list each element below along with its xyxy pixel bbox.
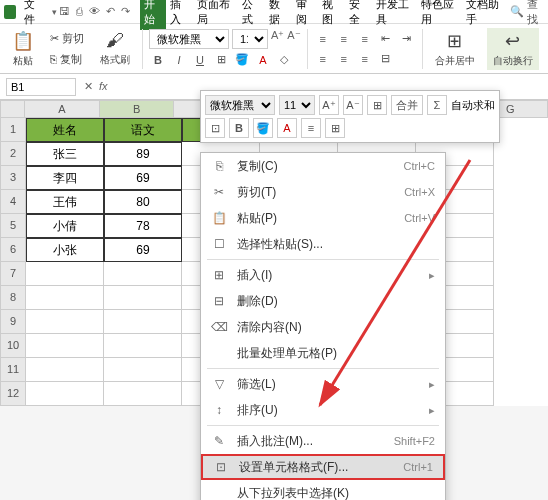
cell[interactable] (26, 310, 104, 334)
row-header[interactable]: 6 (0, 238, 26, 262)
file-menu[interactable]: 文件 (18, 0, 49, 29)
context-menu-item[interactable]: 从下拉列表中选择(K) (201, 480, 445, 500)
tab-view[interactable]: 视图 (318, 0, 345, 30)
mini-font-name[interactable]: 微软雅黑 (205, 95, 275, 115)
align-top-icon[interactable]: ≡ (314, 30, 332, 48)
search-box[interactable]: 🔍 查找 (510, 0, 544, 27)
mini-autosum-icon[interactable]: Σ (427, 95, 447, 115)
cell[interactable] (104, 334, 182, 358)
preview-icon[interactable]: 👁 (89, 5, 100, 18)
row-header[interactable]: 10 (0, 334, 26, 358)
mini-decrease-font-icon[interactable]: A⁻ (343, 95, 363, 115)
mini-border2-icon[interactable]: ⊞ (325, 118, 345, 138)
cell[interactable]: 小张 (26, 238, 104, 262)
align-bottom-icon[interactable]: ≡ (356, 30, 374, 48)
align-center-icon[interactable]: ≡ (335, 50, 353, 68)
tab-doc-helper[interactable]: 文档助手 (462, 0, 507, 30)
cell[interactable] (104, 358, 182, 382)
underline-icon[interactable]: U (191, 51, 209, 69)
cut-button[interactable]: ✂剪切 (46, 29, 88, 48)
tab-special[interactable]: 特色应用 (417, 0, 462, 30)
context-menu-item[interactable]: 📋粘贴(P)Ctrl+V (201, 205, 445, 231)
row-header[interactable]: 8 (0, 286, 26, 310)
tab-data[interactable]: 数据 (265, 0, 292, 30)
row-header[interactable]: 5 (0, 214, 26, 238)
cell[interactable] (104, 286, 182, 310)
row-header[interactable]: 1 (0, 118, 26, 142)
col-header-b[interactable]: B (100, 100, 175, 118)
cell[interactable]: 小倩 (26, 214, 104, 238)
italic-icon[interactable]: I (170, 51, 188, 69)
context-menu-item[interactable]: ⊟删除(D) (201, 288, 445, 314)
row-header[interactable]: 11 (0, 358, 26, 382)
mini-font-size[interactable]: 11 (279, 95, 315, 115)
cell[interactable]: 王伟 (26, 190, 104, 214)
mini-merge-button[interactable]: 合并 (391, 95, 423, 115)
header-cell[interactable]: 语文 (104, 118, 182, 142)
name-box[interactable] (6, 78, 76, 96)
cell[interactable]: 69 (104, 238, 182, 262)
context-menu-item[interactable]: ↕排序(U)▸ (201, 397, 445, 423)
row-header[interactable]: 2 (0, 142, 26, 166)
align-right-icon[interactable]: ≡ (356, 50, 374, 68)
clear-format-icon[interactable]: ◇ (275, 51, 293, 69)
tab-formulas[interactable]: 公式 (238, 0, 265, 30)
cell[interactable] (104, 262, 182, 286)
tab-review[interactable]: 审阅 (292, 0, 319, 30)
indent-right-icon[interactable]: ⇥ (398, 30, 416, 48)
tab-developer[interactable]: 开发工具 (372, 0, 417, 30)
undo-icon[interactable]: ↶ (106, 5, 115, 18)
redo-icon[interactable]: ↷ (121, 5, 130, 18)
font-color-icon[interactable]: A (254, 51, 272, 69)
font-size-select[interactable]: 11 (232, 29, 268, 49)
context-menu-item[interactable]: ⎘复制(C)Ctrl+C (201, 153, 445, 179)
copy-button[interactable]: ⎘复制 (46, 50, 88, 69)
cell[interactable]: 张三 (26, 142, 104, 166)
indent-left-icon[interactable]: ⇤ (377, 30, 395, 48)
merge-split-icon[interactable]: ⊟ (377, 50, 395, 68)
merge-center-button[interactable]: ⊞ 合并居中 (429, 28, 481, 70)
row-header[interactable]: 7 (0, 262, 26, 286)
align-middle-icon[interactable]: ≡ (335, 30, 353, 48)
format-painter-button[interactable]: 🖌 格式刷 (94, 28, 136, 69)
row-header[interactable]: 3 (0, 166, 26, 190)
context-menu-item[interactable]: ▽筛选(L)▸ (201, 371, 445, 397)
font-name-select[interactable]: 微软雅黑 (149, 29, 229, 49)
row-header[interactable]: 4 (0, 190, 26, 214)
mini-fill-icon[interactable]: 🪣 (253, 118, 273, 138)
mini-bold-icon[interactable]: B (229, 118, 249, 138)
row-header[interactable]: 12 (0, 382, 26, 406)
cell[interactable] (26, 286, 104, 310)
col-header-a[interactable]: A (25, 100, 100, 118)
increase-font-icon[interactable]: A⁺ (271, 29, 284, 49)
paste-button[interactable]: 📋 粘贴 (6, 28, 40, 70)
mini-autosum-label[interactable]: 自动求和 (451, 98, 495, 113)
cell[interactable]: 78 (104, 214, 182, 238)
fx-icon[interactable]: fx (99, 80, 108, 93)
context-menu-item[interactable]: ✎插入批注(M)...Shift+F2 (201, 428, 445, 454)
header-cell[interactable]: 姓名 (26, 118, 104, 142)
context-menu-item[interactable]: 批量处理单元格(P) (201, 340, 445, 366)
mini-align-icon[interactable]: ≡ (301, 118, 321, 138)
context-menu-item[interactable]: ✂剪切(T)Ctrl+X (201, 179, 445, 205)
mini-increase-font-icon[interactable]: A⁺ (319, 95, 339, 115)
print-icon[interactable]: ⎙ (76, 5, 83, 18)
tab-insert[interactable]: 插入 (166, 0, 193, 30)
context-menu-item[interactable]: ☐选择性粘贴(S)... (201, 231, 445, 257)
decrease-font-icon[interactable]: A⁻ (287, 29, 300, 49)
tab-page-layout[interactable]: 页面布局 (193, 0, 238, 30)
cell[interactable] (104, 382, 182, 406)
context-menu-item[interactable]: ⊞插入(I)▸ (201, 262, 445, 288)
cell[interactable] (26, 262, 104, 286)
bold-icon[interactable]: B (149, 51, 167, 69)
select-all-corner[interactable] (0, 100, 25, 118)
cell[interactable]: 89 (104, 142, 182, 166)
context-menu-item[interactable]: ⌫清除内容(N) (201, 314, 445, 340)
auto-wrap-button[interactable]: ↩ 自动换行 (487, 28, 539, 70)
cancel-icon[interactable]: ✕ (84, 80, 93, 93)
row-header[interactable]: 9 (0, 310, 26, 334)
mini-font-color-icon[interactable]: A (277, 118, 297, 138)
border-icon[interactable]: ⊞ (212, 51, 230, 69)
cell[interactable] (26, 358, 104, 382)
mini-border-icon[interactable]: ⊞ (367, 95, 387, 115)
